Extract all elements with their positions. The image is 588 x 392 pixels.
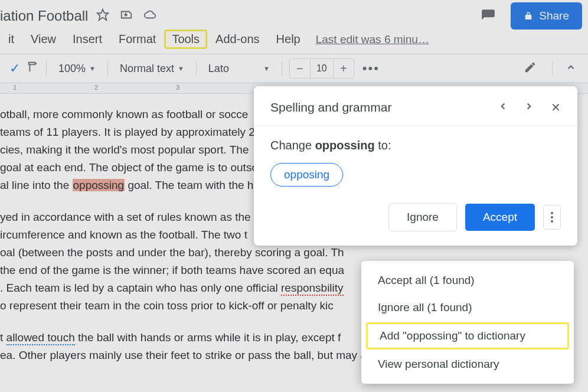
editing-mode-icon[interactable] <box>515 61 545 77</box>
increase-font-button[interactable]: + <box>334 59 354 78</box>
doc-text: goal. The team with the h <box>125 179 253 191</box>
spelling-error[interactable]: responsbility <box>281 282 344 296</box>
view-dictionary-item[interactable]: View personal dictionary <box>361 351 574 378</box>
suggestion-chip[interactable]: opposing <box>270 163 343 187</box>
caret-down-icon: ▼ <box>178 65 184 72</box>
share-label: Share <box>539 9 569 22</box>
grammar-error[interactable]: allowed touch <box>6 331 75 345</box>
menu-edit[interactable]: it <box>0 30 22 48</box>
menu-format[interactable]: Format <box>110 30 164 48</box>
doc-text: goal at each end. The object of the game… <box>0 161 257 174</box>
style-value: Normal text <box>120 63 174 75</box>
caret-down-icon: ▼ <box>89 65 96 72</box>
svg-point-1 <box>551 212 553 214</box>
ruler-mark: 2 <box>94 84 98 91</box>
doc-text: cies, making it the world's most popular… <box>0 143 249 156</box>
prev-suggestion-button[interactable] <box>498 101 508 114</box>
add-to-dictionary-item[interactable]: Add "oppossing" to dictionary <box>366 322 569 349</box>
ignore-all-item[interactable]: Ignore all (1 found) <box>361 294 574 321</box>
spelling-grammar-panel: Spelling and grammar ✕ Change oppossing … <box>254 86 577 246</box>
highlighted-misspelling[interactable]: oppossing <box>73 179 125 191</box>
menu-view[interactable]: View <box>22 30 64 48</box>
more-options-menu: Accept all (1 found) Ignore all (1 found… <box>361 261 574 384</box>
change-prompt: Change oppossing to: <box>270 139 561 152</box>
decrease-font-button[interactable]: − <box>290 59 310 78</box>
doc-text: yed in accordance with a set of rules kn… <box>0 211 251 223</box>
svg-point-3 <box>551 220 553 223</box>
comments-icon[interactable] <box>476 4 500 28</box>
ruler-mark: 3 <box>176 84 179 91</box>
doc-text: . Each team is led by a captain who has … <box>0 282 281 294</box>
menu-insert[interactable]: Insert <box>64 30 110 48</box>
spellcheck-icon[interactable]: ✓ <box>6 61 24 76</box>
doc-title[interactable]: iation Football <box>0 8 88 24</box>
zoom-dropdown[interactable]: 100% ▼ <box>54 60 100 77</box>
doc-text: the ball with hands or arms while it is … <box>75 331 341 344</box>
last-edit-link[interactable]: Last edit was 6 minu… <box>309 33 429 46</box>
svg-marker-0 <box>97 9 108 20</box>
caret-down-icon: ▼ <box>263 65 270 72</box>
doc-text: teams of 11 players. It is played by app… <box>0 126 255 138</box>
more-toolbar-icon[interactable]: ••• <box>357 61 386 76</box>
ignore-button[interactable]: Ignore <box>388 203 457 231</box>
paragraph-style-dropdown[interactable]: Normal text ▼ <box>115 60 189 77</box>
cloud-icon[interactable] <box>143 8 156 24</box>
doc-text: oal (between the posts and under the bar… <box>0 246 344 259</box>
doc-text: the end of the game is the winner; if bo… <box>0 264 344 276</box>
paint-format-icon[interactable] <box>26 61 39 77</box>
font-value: Lato <box>208 63 229 75</box>
font-size-stepper[interactable]: − 10 + <box>289 58 354 79</box>
doc-text: al line into the <box>0 179 73 191</box>
menu-help[interactable]: Help <box>268 30 309 48</box>
doc-text: ircumference and known as the football. … <box>0 228 247 241</box>
next-suggestion-button[interactable] <box>524 101 534 114</box>
accept-all-item[interactable]: Accept all (1 found) <box>361 267 574 294</box>
font-size-value[interactable]: 10 <box>310 59 334 78</box>
more-options-button[interactable] <box>543 205 561 230</box>
ruler-mark: 1 <box>13 84 17 91</box>
collapse-icon[interactable] <box>560 62 582 76</box>
doc-text: t <box>0 331 6 344</box>
lock-icon <box>524 11 533 21</box>
star-icon[interactable] <box>96 8 109 24</box>
doc-text: o represent their team in the coin toss … <box>0 299 334 312</box>
menu-tools[interactable]: Tools <box>164 30 207 49</box>
zoom-value: 100% <box>58 63 86 75</box>
menu-addons[interactable]: Add-ons <box>207 30 268 48</box>
panel-title: Spelling and grammar <box>270 100 498 115</box>
move-icon[interactable] <box>120 8 133 24</box>
font-dropdown[interactable]: Lato ▼ <box>204 60 275 77</box>
svg-point-2 <box>551 216 553 218</box>
accept-button[interactable]: Accept <box>465 204 535 231</box>
doc-text: otball, more commonly known as football … <box>0 108 248 120</box>
close-panel-button[interactable]: ✕ <box>551 100 561 115</box>
share-button[interactable]: Share <box>511 2 582 30</box>
